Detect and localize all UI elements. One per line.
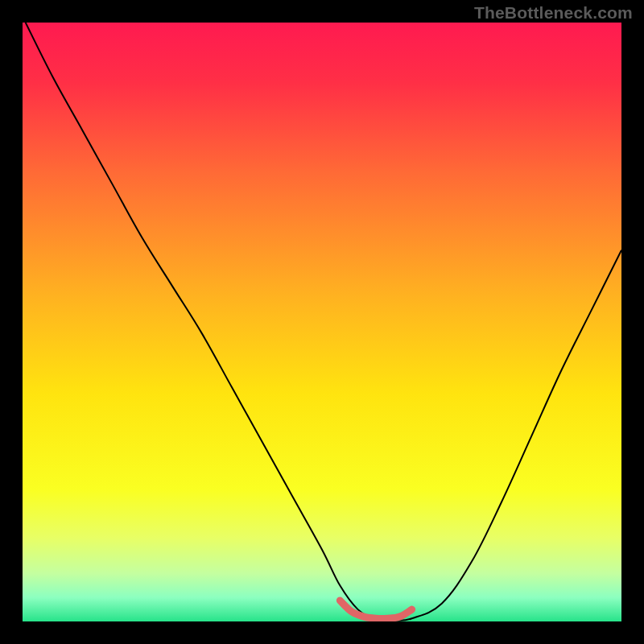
plot-area [23,23,621,621]
optimal-band [340,601,411,619]
attribution-watermark: TheBottleneck.com [474,3,633,23]
chart-frame: TheBottleneck.com [0,0,644,644]
chart-svg [23,23,621,621]
bottleneck-curve [26,23,621,621]
